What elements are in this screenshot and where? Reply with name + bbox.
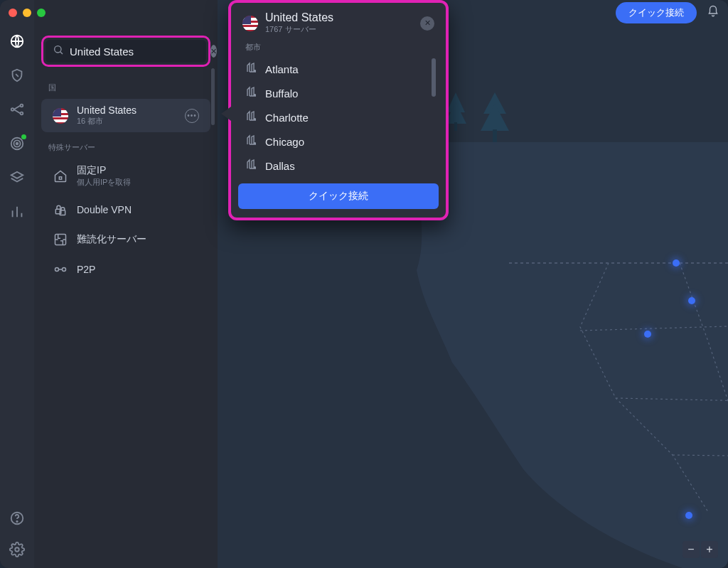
minimize-window-button[interactable] [23, 9, 31, 17]
special-obfuscated[interactable]: 難読化サーバー [41, 226, 210, 253]
country-sub: 16 都市 [77, 116, 176, 127]
city-item[interactable]: Chicago [238, 129, 439, 154]
svg-marker-21 [481, 104, 509, 131]
nav-shield-icon[interactable] [9, 67, 26, 84]
app-window: 国を選択してください クイック接続 [0, 0, 728, 568]
tree-icon [481, 92, 509, 149]
map-marker[interactable] [685, 512, 692, 519]
nav-help-icon[interactable] [9, 510, 26, 527]
home-ip-icon [53, 168, 68, 184]
sidebar-scrollbar[interactable] [211, 68, 215, 125]
nav-globe-icon[interactable] [9, 33, 26, 50]
nav-stats-icon[interactable] [9, 203, 26, 220]
flag-us-icon [53, 108, 68, 124]
nav-mesh-icon[interactable] [9, 101, 26, 118]
popup-quick-connect-button[interactable]: クイック接続 [238, 183, 439, 209]
svg-point-3 [21, 112, 23, 115]
popup-title: United States [265, 11, 333, 24]
city-name: Buffalo [265, 87, 298, 100]
popup-sub: 1767 サーバー [265, 24, 333, 35]
city-icon [245, 109, 258, 125]
quick-connect-button[interactable]: クイック接続 [616, 2, 697, 23]
city-name: Dallas [265, 160, 295, 172]
svg-point-25 [255, 119, 256, 120]
svg-point-26 [255, 143, 256, 144]
zoom-in-button[interactable]: + [701, 541, 718, 558]
svg-rect-19 [454, 122, 457, 131]
nav-rail [0, 0, 34, 568]
svg-rect-11 [59, 176, 61, 178]
country-name: United States [77, 105, 176, 116]
clear-search-icon[interactable]: ✕ [210, 45, 217, 58]
svg-point-24 [255, 95, 256, 96]
special-p2p[interactable]: P2P [41, 256, 210, 283]
special-name: 固定IP [77, 164, 131, 177]
map-marker[interactable] [644, 331, 651, 338]
country-popup: United States 1767 サーバー ✕ 都市 Atlanta Buf… [228, 0, 449, 220]
zoom-out-button[interactable]: − [682, 541, 700, 558]
svg-point-10 [55, 46, 61, 53]
svg-point-23 [255, 70, 256, 72]
maximize-window-button[interactable] [37, 9, 46, 17]
svg-point-16 [63, 268, 66, 272]
city-name: Chicago [265, 136, 304, 148]
flag-us-icon [242, 16, 258, 31]
svg-point-27 [255, 167, 256, 168]
city-icon [245, 85, 258, 101]
country-item-united-states[interactable]: United States 16 都市 ••• [41, 99, 210, 132]
p2p-icon [53, 262, 68, 277]
special-name: Double VPN [77, 204, 132, 215]
city-item[interactable]: Buffalo [238, 81, 439, 105]
notifications-icon[interactable] [707, 5, 719, 21]
city-name: Atlanta [265, 63, 299, 75]
special-name: P2P [77, 264, 95, 275]
city-list: Atlanta Buffalo Charlotte Chicago Dallas [238, 57, 439, 176]
popup-close-icon[interactable]: ✕ [420, 16, 434, 31]
traffic-lights [9, 9, 46, 17]
map-marker[interactable] [673, 259, 680, 267]
special-sub: 個人用IPを取得 [77, 177, 131, 188]
double-lock-icon [53, 202, 68, 218]
search-highlight: ✕ [41, 36, 210, 67]
sidebar: ✕ 国 United States 16 都市 ••• 特殊サーバー 固定IP … [34, 0, 218, 568]
map-zoom-controls: − + [682, 541, 718, 558]
special-section-label: 特殊サーバー [34, 138, 218, 157]
svg-point-2 [21, 105, 23, 107]
city-icon [245, 61, 258, 77]
nav-settings-icon[interactable] [9, 541, 26, 558]
map-marker[interactable] [688, 297, 695, 304]
city-icon [245, 158, 258, 173]
city-item[interactable]: Atlanta [238, 57, 439, 81]
maze-icon [53, 232, 68, 247]
city-icon [245, 134, 258, 149]
svg-point-8 [16, 521, 17, 522]
city-name: Charlotte [265, 112, 309, 124]
svg-point-1 [11, 108, 14, 111]
search-icon [53, 44, 64, 58]
city-item[interactable]: Charlotte [238, 105, 439, 129]
special-name: 難読化サーバー [77, 233, 146, 246]
special-double-vpn[interactable]: Double VPN [41, 196, 210, 223]
popup-pointer [221, 107, 231, 121]
search-field[interactable]: ✕ [46, 40, 206, 63]
popup-cities-label: 都市 [238, 41, 439, 57]
nav-layers-icon[interactable] [9, 169, 26, 186]
special-dedicated-ip[interactable]: 固定IP 個人用IPを取得 [41, 159, 210, 193]
countries-section-label: 国 [34, 78, 218, 97]
svg-point-9 [15, 547, 19, 552]
city-scrollbar[interactable] [432, 58, 436, 97]
search-input[interactable] [70, 45, 205, 58]
country-more-icon[interactable]: ••• [185, 109, 199, 123]
close-window-button[interactable] [9, 9, 17, 17]
svg-point-6 [16, 143, 18, 145]
nav-radar-icon[interactable] [9, 135, 26, 152]
svg-point-15 [55, 268, 59, 272]
city-item[interactable]: Dallas [238, 154, 439, 176]
